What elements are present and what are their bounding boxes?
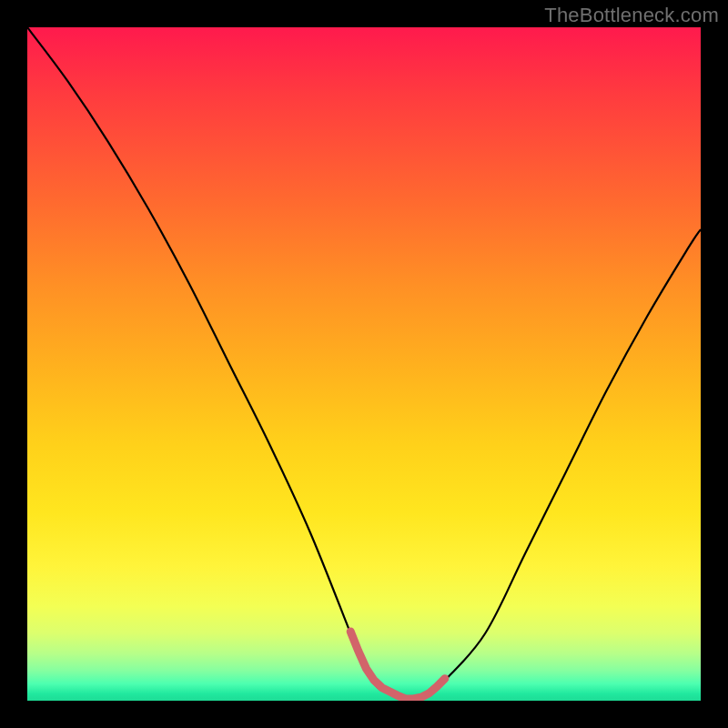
chart-frame: TheBottleneck.com [0, 0, 728, 728]
watermark-text: TheBottleneck.com [544, 4, 719, 27]
bottleneck-curve [27, 27, 701, 701]
chart-plot-area [27, 27, 701, 701]
valley-marker [350, 632, 445, 699]
chart-svg [27, 27, 701, 701]
